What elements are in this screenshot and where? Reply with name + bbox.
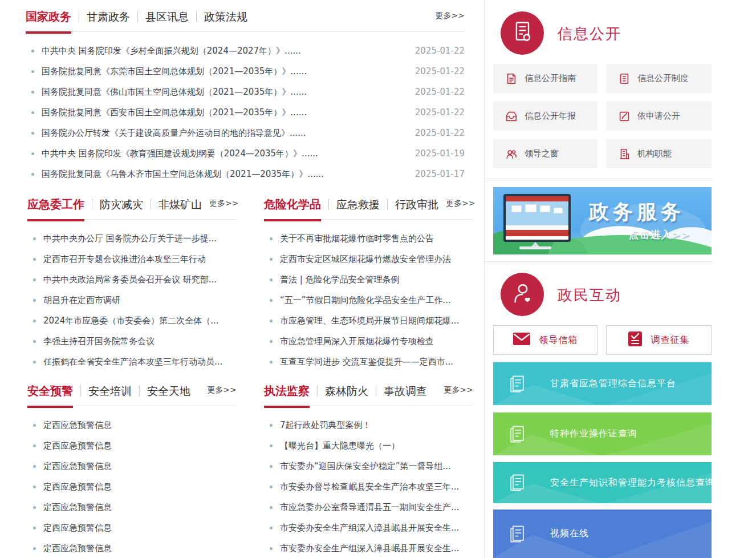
news-title: 普法 | 危险化学品安全管理条例 (280, 274, 400, 285)
news-item[interactable]: 【曝光台】重大隐患曝光（一） (264, 435, 473, 456)
news-item[interactable]: 普法 | 危险化学品安全管理条例 (264, 269, 473, 290)
bullet-icon (270, 278, 273, 281)
news-item[interactable]: 市应急管理局深入开展烟花爆竹专项检查 (264, 331, 473, 351)
news-item[interactable]: 定西应急预警信息 (27, 517, 237, 538)
survey-collection-button[interactable]: 调查征集 (606, 325, 712, 355)
more-link-emergency[interactable]: 更多>> (209, 199, 238, 210)
news-item[interactable]: 中共中央 国务院印发《教育强国建设规划纲要（2024—2035年）》......… (26, 143, 465, 164)
tab-2[interactable]: 事故调查 (376, 383, 434, 398)
more-link-enforcement[interactable]: 更多>> (444, 385, 473, 397)
news-item[interactable]: 定西应急预警信息 (27, 435, 237, 456)
info-link-label: 信息公开指南 (525, 73, 576, 84)
news-title: 中共中央政治局常务委员会召开会议 研究部... (43, 274, 217, 285)
news-item[interactable]: 市安委办督导检查岷县安全生产治本攻坚三年... (264, 476, 473, 497)
tab-1[interactable]: 安全培训 (81, 383, 139, 398)
leader-mailbox-button[interactable]: 领导信箱 (493, 325, 598, 355)
survey-collection-label: 调查征集 (651, 334, 690, 346)
more-link-national[interactable]: 更多>> (436, 11, 465, 22)
tab-1[interactable]: 森林防火 (318, 383, 376, 398)
interaction-circle (501, 273, 544, 316)
news-list: 定西应急预警信息定西应急预警信息定西应急预警信息定西应急预警信息定西应急预警信息… (27, 415, 237, 558)
news-item[interactable]: 中共中央 国务院印发《乡村全面振兴规划（2024—2027年）》......20… (26, 41, 465, 61)
news-item[interactable]: 国务院批复同意《西安市国土空间总体规划（2021—2035年）》......20… (26, 102, 465, 123)
news-item[interactable]: 胡昌升在定西市调研 (27, 290, 237, 310)
news-date: 2025-01-17 (408, 169, 465, 179)
tab-2[interactable]: 行政审批 (388, 197, 446, 212)
tab-2[interactable]: 安全天地 (140, 383, 198, 398)
news-title: 市应急管理、生态环境局开展节日期间烟花爆... (280, 316, 459, 326)
quick-link-special-operation-cert[interactable]: 特种作业操作证查询 (493, 413, 712, 455)
news-item[interactable]: 市安委办安全生产组深入漳县岷县开展安全生... (264, 538, 473, 558)
tab-2[interactable]: 县区讯息 (138, 9, 196, 24)
info-link-system[interactable]: 信息公开制度 (606, 64, 712, 93)
info-link-organization[interactable]: 机构职能 (606, 139, 712, 168)
news-item[interactable]: 中共中央政治局常务委员会召开会议 研究部... (27, 269, 237, 290)
service-banner-title: 政务服务 (589, 199, 685, 225)
news-item[interactable]: 国务院批复同意《佛山市国土空间总体规划（2021—2035年）》......20… (26, 82, 465, 102)
tab-0[interactable]: 国家政务 (26, 9, 79, 24)
quick-link-emergency-platform[interactable]: 甘肃省应急管理综合信息平台 (493, 362, 712, 405)
news-list: 中共中央办公厅 国务院办公厅关于进一步提...定西市召开专题会议推进治本攻坚三年… (27, 228, 237, 372)
more-link-warning[interactable]: 更多>> (208, 385, 237, 397)
news-title: 关于不再审批烟花爆竹临时零售点的公告 (280, 233, 434, 244)
news-title: 定西应急预警信息 (43, 420, 112, 431)
news-item[interactable]: 市应急委办公室督导通渭县五一期间安全生产... (264, 497, 473, 517)
tab-2[interactable]: 非煤矿山 (151, 197, 209, 212)
news-item[interactable]: 定西市安定区城区烟花爆竹燃放安全管理办法 (264, 249, 473, 269)
news-item[interactable]: 国务院批复同意《乌鲁木齐市国土空间总体规划（2021—2035年）》......… (26, 164, 465, 184)
quick-link-video-online[interactable]: 视频在线 (493, 510, 712, 558)
news-list: 7起行政处罚典型案例！【曝光台】重大隐患曝光（一）市安委办“迎国庆保安全护稳定”… (264, 415, 473, 558)
news-item[interactable]: 关于不再审批烟花爆竹临时零售点的公告 (264, 228, 473, 249)
tab-0[interactable]: 危险化学品 (264, 197, 328, 212)
service-banner-cta[interactable]: 点击进入>> (629, 228, 691, 241)
news-item[interactable]: 定西市召开专题会议推进治本攻坚三年行动 (27, 249, 237, 269)
section-header: 危险化学品应急救援行政审批 更多>> (264, 197, 473, 220)
info-link-guide[interactable]: 信息公开指南 (493, 64, 598, 93)
news-item[interactable]: 定西应急预警信息 (27, 497, 237, 517)
news-title: 7起行政处罚典型案例！ (280, 420, 371, 431)
tab-0[interactable]: 执法监察 (264, 383, 317, 398)
news-item[interactable]: 国务院办公厅转发《关于建设高质量户外运动目的地的指导意见》......2025-… (26, 123, 465, 143)
news-item[interactable]: 市应急管理、生态环境局开展节日期间烟花爆... (264, 310, 473, 331)
page: 国家政务甘肃政务县区讯息政策法规 更多>> 中共中央 国务院印发《乡村全面振兴规… (0, 0, 756, 558)
news-item[interactable]: 任振鹤在全省安全生产治本攻坚三年行动动员... (27, 351, 237, 372)
section-law-enforcement: 执法监察森林防火事故调查 更多>> 7起行政处罚典型案例！【曝光台】重大隐患曝光… (264, 383, 473, 558)
news-document-icon (507, 472, 527, 493)
bullet-icon (270, 547, 273, 550)
news-item[interactable]: 国务院批复同意《东莞市国土空间总体规划（2021—2035年）》......20… (26, 61, 465, 82)
tab-1[interactable]: 防灾减灾 (92, 197, 151, 212)
news-item[interactable]: 市安委办“迎国庆保安全护稳定”第一督导组... (264, 456, 473, 476)
news-item[interactable]: “五一”节假日期间危险化学品安全生产工作... (264, 290, 473, 310)
monitor-base (519, 246, 551, 249)
tab-0[interactable]: 应急委工作 (27, 197, 92, 212)
tab-1[interactable]: 应急救援 (329, 197, 387, 212)
quick-link-safety-exam-query[interactable]: 安全生产知识和管理能力考核信息查询 (493, 462, 712, 503)
tab-3[interactable]: 政策法规 (197, 9, 255, 24)
more-link-hazchem[interactable]: 更多>> (446, 199, 475, 210)
section-header: 应急委工作防灾减灾非煤矿山 更多>> (27, 197, 237, 220)
news-item[interactable]: 定西应急预警信息 (27, 538, 237, 558)
envelope-icon (513, 333, 530, 347)
bullet-icon (33, 361, 36, 363)
tab-0[interactable]: 安全预警 (27, 383, 80, 398)
news-item[interactable]: 中共中央办公厅 国务院办公厅关于进一步提... (27, 228, 237, 249)
gov-service-banner[interactable]: 政务服务 点击进入>> (493, 187, 712, 254)
news-item[interactable]: 定西应急预警信息 (27, 456, 237, 476)
news-item[interactable]: 2024年市应急委（市安委会）第二次全体（... (27, 310, 237, 331)
news-item[interactable]: 定西应急预警信息 (27, 476, 237, 497)
section-safety-warning: 安全预警安全培训安全天地 更多>> 定西应急预警信息定西应急预警信息定西应急预警… (27, 383, 237, 558)
info-link-apply[interactable]: 依申请公开 (606, 102, 712, 131)
bullet-icon (33, 299, 36, 302)
bullet-icon (270, 424, 273, 427)
bullet-icon (270, 361, 273, 363)
news-item[interactable]: 7起行政处罚典型案例！ (264, 415, 473, 435)
bullet-icon (270, 340, 273, 343)
tab-1[interactable]: 甘肃政务 (79, 9, 137, 24)
news-item[interactable]: 李强主持召开国务院常务会议 (27, 331, 237, 351)
bullet-icon (270, 465, 273, 468)
news-item[interactable]: 定西应急预警信息 (27, 415, 237, 435)
news-item[interactable]: 市安委办安全生产组深入漳县岷县开展安全生... (264, 517, 473, 538)
news-item[interactable]: 互查互学同进步 交流互鉴促提升——定西市... (264, 351, 473, 372)
info-link-leaders[interactable]: 领导之窗 (493, 139, 598, 168)
info-link-annual-report[interactable]: 信息公开年报 (493, 102, 598, 131)
